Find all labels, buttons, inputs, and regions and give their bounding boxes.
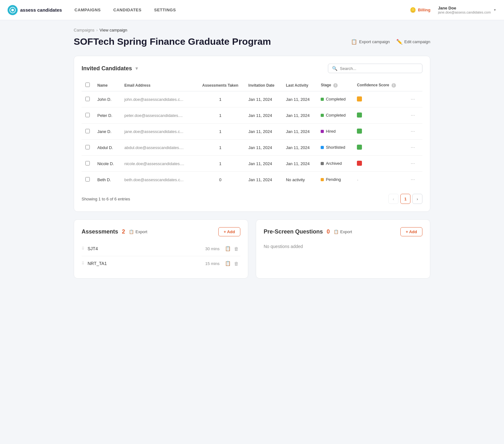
svg-point-1 xyxy=(11,9,14,11)
navbar: assess candidates CAMPAIGNS CANDIDATES S… xyxy=(0,0,504,20)
search-box: 🔍 xyxy=(328,64,422,73)
row-checkbox[interactable] xyxy=(85,113,90,117)
drag-handle-icon[interactable]: ⠿ xyxy=(82,261,84,266)
page-header: SOFTech Spring Finance Graduate Program … xyxy=(74,36,430,47)
billing-label: Billing xyxy=(418,8,431,12)
prescreen-count: 0 xyxy=(327,228,330,235)
prescreen-add-button[interactable]: + Add xyxy=(400,227,422,236)
assessments-add-label: + Add xyxy=(224,229,235,234)
table-row: Beth D. beth.doe@assesscandidates.c... 0… xyxy=(82,172,422,188)
assessments-export-button[interactable]: 📋 Export xyxy=(129,229,147,234)
candidates-section-header: Invited Candidates ▼ 🔍 xyxy=(82,64,422,73)
user-menu[interactable]: Jane Doe jane.doe@assess.candidates.com … xyxy=(438,6,496,14)
page-1-button[interactable]: 1 xyxy=(400,194,410,204)
section-title-text: Invited Candidates xyxy=(82,65,132,72)
search-input[interactable] xyxy=(340,66,418,71)
assessment-delete-button[interactable]: 🗑 xyxy=(232,260,240,267)
row-stage: Completed xyxy=(317,107,353,124)
row-more: ··· xyxy=(405,140,422,156)
row-email: beth.doe@assesscandidates.c... xyxy=(121,172,196,188)
prev-page-button[interactable]: ‹ xyxy=(388,194,398,204)
pagination: ‹ 1 › xyxy=(388,194,422,204)
edit-campaign-button[interactable]: ✏️ Edit campaign xyxy=(396,39,430,45)
breadcrumb-campaigns[interactable]: Campaigns xyxy=(74,28,94,32)
col-stage: Stage i xyxy=(317,79,353,91)
row-assessments: 0 xyxy=(196,172,245,188)
row-assessments: 1 xyxy=(196,107,245,124)
prescreen-export-button[interactable]: 📋 Export xyxy=(334,229,352,234)
row-invitation-date: Jan 11, 2024 xyxy=(245,124,282,140)
row-email: nicole.doe@assesscandidates.... xyxy=(121,156,196,172)
prescreen-export-label: Export xyxy=(340,229,352,234)
table-row: Abdul D. abdul.doe@assesscandidates.... … xyxy=(82,140,422,156)
row-checkbox[interactable] xyxy=(85,161,90,165)
row-stage: Archived xyxy=(317,156,353,172)
assessments-add-button[interactable]: + Add xyxy=(218,227,240,236)
export-icon-small: 📋 xyxy=(129,229,134,234)
nav-settings[interactable]: SETTINGS xyxy=(154,8,176,12)
user-details: Jane Doe jane.doe@assess.candidates.com xyxy=(438,6,491,14)
showing-text: Showing 1 to 6 of 6 entries xyxy=(82,197,130,201)
filter-icon[interactable]: ▼ xyxy=(135,66,139,71)
assessment-edit-button[interactable]: 📋 xyxy=(223,260,232,267)
row-more-button[interactable]: ··· xyxy=(409,160,417,167)
prescreen-add-label: + Add xyxy=(406,229,417,234)
invited-candidates-card: Invited Candidates ▼ 🔍 Name Email Addres… xyxy=(74,56,430,212)
row-more: ··· xyxy=(405,91,422,107)
row-name: Jane D. xyxy=(94,124,121,140)
select-all-checkbox[interactable] xyxy=(85,83,90,87)
prescreen-title: Pre-Screen Questions xyxy=(264,228,323,235)
row-more-button[interactable]: ··· xyxy=(409,176,417,183)
row-checkbox-cell xyxy=(82,156,94,172)
assessment-edit-button[interactable]: 📋 xyxy=(223,245,232,252)
assessment-item: ⠿ NRT_TA1 15 mins 📋 🗑 xyxy=(82,256,240,271)
drag-handle-icon[interactable]: ⠿ xyxy=(82,246,84,251)
row-assessments: 1 xyxy=(196,91,245,107)
row-checkbox[interactable] xyxy=(85,145,90,149)
row-email: jane.doe@assesscandidates.c... xyxy=(121,124,196,140)
row-last-activity: Jan 11, 2024 xyxy=(282,107,317,124)
user-name: Jane Doe xyxy=(438,6,491,10)
assessment-delete-button[interactable]: 🗑 xyxy=(232,245,240,252)
row-invitation-date: Jan 11, 2024 xyxy=(245,172,282,188)
row-confidence xyxy=(353,140,405,156)
table-row: Nicole D. nicole.doe@assesscandidates...… xyxy=(82,156,422,172)
stage-info-icon[interactable]: i xyxy=(333,83,338,88)
row-checkbox[interactable] xyxy=(85,97,90,101)
prescreen-no-items: No questions added xyxy=(264,241,422,251)
row-invitation-date: Jan 11, 2024 xyxy=(245,107,282,124)
row-last-activity: Jan 11, 2024 xyxy=(282,140,317,156)
row-more: ··· xyxy=(405,124,422,140)
billing-button[interactable]: 🪙 Billing xyxy=(410,7,431,13)
row-more: ··· xyxy=(405,107,422,124)
assessment-name: SJT4 xyxy=(88,246,205,251)
row-checkbox[interactable] xyxy=(85,129,90,133)
row-checkbox-cell xyxy=(82,107,94,124)
candidates-section-title: Invited Candidates ▼ xyxy=(82,65,139,72)
nav-campaigns[interactable]: CAMPAIGNS xyxy=(75,8,101,12)
confidence-info-icon[interactable]: i xyxy=(392,83,396,88)
brand-logo[interactable]: assess candidates xyxy=(8,5,62,15)
row-more-button[interactable]: ··· xyxy=(409,96,417,103)
export-campaign-button[interactable]: 📋 Export campaign xyxy=(351,39,390,45)
assessments-list: ⠿ SJT4 30 mins 📋 🗑 ⠿ NRT_TA1 15 mins 📋 🗑 xyxy=(82,241,240,271)
row-stage: Pending xyxy=(317,172,353,188)
col-invitation: Invitation Date xyxy=(245,79,282,91)
edit-icon: ✏️ xyxy=(396,39,403,45)
prescreen-export-icon: 📋 xyxy=(334,229,339,234)
row-more-button[interactable]: ··· xyxy=(409,144,417,151)
row-more-button[interactable]: ··· xyxy=(409,112,417,119)
row-invitation-date: Jan 11, 2024 xyxy=(245,140,282,156)
row-last-activity: Jan 11, 2024 xyxy=(282,91,317,107)
nav-candidates[interactable]: CANDIDATES xyxy=(113,8,141,12)
row-more-button[interactable]: ··· xyxy=(409,128,417,135)
row-checkbox[interactable] xyxy=(85,177,90,182)
next-page-button[interactable]: › xyxy=(412,194,422,204)
assessment-name: NRT_TA1 xyxy=(88,261,205,266)
col-email: Email Address xyxy=(121,79,196,91)
col-activity: Last Activity xyxy=(282,79,317,91)
assessments-header: Assessments 2 📋 Export + Add xyxy=(82,227,240,236)
row-confidence xyxy=(353,124,405,140)
col-confidence: Confidence Score i xyxy=(353,79,405,91)
row-assessments: 1 xyxy=(196,124,245,140)
